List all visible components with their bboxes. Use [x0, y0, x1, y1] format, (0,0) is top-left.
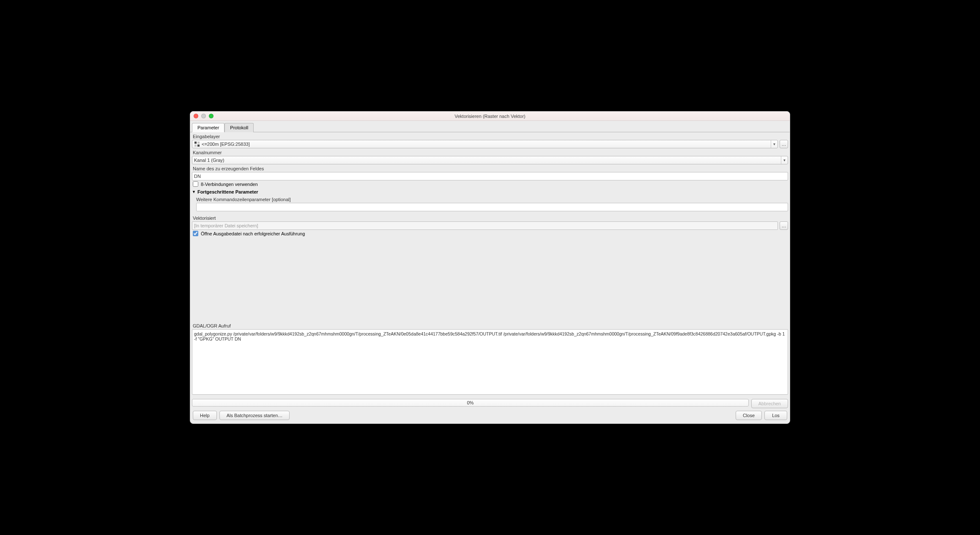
advanced-section-label: Fortgeschrittene Parameter	[197, 189, 258, 194]
eight-connectedness-check[interactable]	[193, 181, 198, 187]
tab-body: Eingabelayer <=200m [EPSG:25833] ▼ … Kan…	[190, 132, 790, 396]
output-path-input[interactable]	[192, 221, 778, 230]
tabs: Parameter Protokoll	[190, 121, 790, 132]
band-combo[interactable]: Kanal 1 (Gray) ▼	[192, 156, 788, 164]
label-cmdline: Weitere Kommandozeilenparameter [optiona…	[192, 195, 788, 203]
eight-connectedness-checkbox[interactable]: 8-Verbindungen verwenden	[192, 180, 788, 188]
zoom-window-icon[interactable]	[209, 114, 214, 118]
chevron-down-icon: ▼	[771, 140, 777, 148]
svg-rect-2	[194, 145, 197, 147]
close-window-icon[interactable]	[194, 114, 198, 118]
svg-rect-3	[197, 145, 200, 147]
progress-row: 0% Abbrechen	[190, 396, 790, 408]
dialog-window: Vektorisieren (Raster nach Vektor) Param…	[190, 111, 790, 424]
label-gdal-call: GDAL/OGR Aufruf	[192, 322, 788, 329]
tab-parameter[interactable]: Parameter	[192, 123, 224, 132]
label-band: Kanalnummer	[192, 148, 788, 156]
output-browse-button[interactable]: …	[780, 221, 788, 230]
titlebar[interactable]: Vektorisieren (Raster nach Vektor)	[190, 112, 790, 121]
advanced-section-toggle[interactable]: ▼ Fortgeschrittene Parameter	[192, 188, 788, 195]
svg-rect-1	[197, 142, 200, 144]
triangle-down-icon: ▼	[192, 190, 196, 194]
window-controls	[194, 114, 214, 118]
fieldname-input[interactable]	[192, 172, 788, 180]
batch-button[interactable]: Als Batchprozess starten…	[219, 411, 290, 420]
label-vectorised: Vektorisiert	[192, 214, 788, 221]
progress-bar: 0%	[192, 399, 749, 407]
open-output-checkbox[interactable]: Öffne Ausgabedatei nach erfolgreicher Au…	[192, 230, 788, 237]
input-layer-browse-button[interactable]: …	[780, 140, 788, 148]
label-input-layer: Eingabelayer	[192, 132, 788, 140]
label-fieldname: Name des zu erzeugenden Feldes	[192, 164, 788, 172]
band-value: Kanal 1 (Gray)	[194, 158, 224, 163]
tab-protokoll[interactable]: Protokoll	[224, 123, 254, 132]
help-button[interactable]: Help	[193, 411, 217, 420]
minimize-window-icon[interactable]	[201, 114, 206, 118]
footer: Help Als Batchprozess starten… Close Los	[190, 408, 790, 423]
cancel-button: Abbrechen	[751, 399, 788, 408]
input-layer-value: <=200m [EPSG:25833]	[202, 142, 250, 147]
open-output-check[interactable]	[193, 231, 198, 236]
gdal-call-textbox[interactable]: gdal_polygonize.py /private/var/folders/…	[192, 329, 788, 395]
chevron-down-icon: ▼	[781, 156, 788, 164]
input-layer-combo[interactable]: <=200m [EPSG:25833] ▼	[192, 140, 778, 148]
svg-rect-0	[194, 142, 197, 144]
content-area: Parameter Protokoll Eingabelayer <=200m …	[190, 121, 790, 423]
raster-layer-icon	[194, 141, 200, 147]
window-title: Vektorisieren (Raster nach Vektor)	[190, 114, 790, 119]
eight-connectedness-label: 8-Verbindungen verwenden	[201, 182, 258, 187]
open-output-label: Öffne Ausgabedatei nach erfolgreicher Au…	[201, 231, 305, 236]
close-button[interactable]: Close	[736, 411, 762, 420]
run-button[interactable]: Los	[764, 411, 787, 420]
cmdline-input[interactable]	[196, 203, 788, 211]
